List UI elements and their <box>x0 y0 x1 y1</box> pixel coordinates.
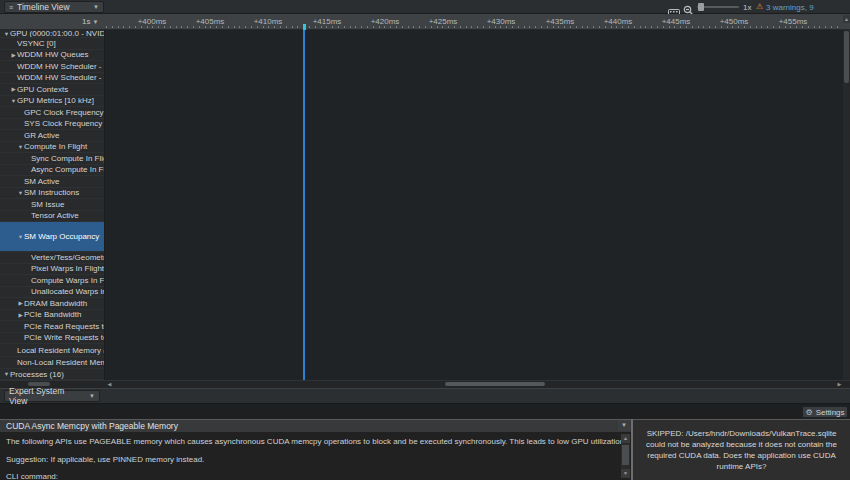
timeline-view-selector[interactable]: ≡ Timeline View ▼ <box>4 1 104 13</box>
expert-scrollbar-up[interactable]: ▲ <box>621 434 630 443</box>
sidebar-row-gpc-clock-frequency[interactable]: GPC Clock Frequency <box>0 107 105 119</box>
expand-icon[interactable]: ▶ <box>17 300 24 306</box>
hscroll-thumb[interactable] <box>445 382 545 386</box>
expert-result-header[interactable]: CUDA Async Memcpy with Pageable Memory <box>0 419 631 432</box>
timeline-view-label: Timeline View <box>17 2 69 12</box>
row-label: Non-Local Resident Memory <box>17 358 105 367</box>
expand-icon[interactable]: ▶ <box>17 312 24 318</box>
expert-result-text: The following APIs use PAGEABLE memory w… <box>6 437 617 447</box>
row-label: Compute In Flight <box>24 142 87 151</box>
row-label: PCIe Write Requests to BA <box>24 333 105 342</box>
sidebar-row-compute-warps-in-flight[interactable]: Compute Warps In Flight <box>0 275 105 287</box>
timeline-cursor-line[interactable] <box>303 30 305 380</box>
sidebar-row-gpu-contexts[interactable]: ▶GPU Contexts <box>0 84 105 96</box>
row-label: SYS Clock Frequency <box>24 119 102 128</box>
skipped-message-panel: SKIPPED: /Users/hndr/Downloads/VulkanTra… <box>633 419 850 480</box>
gear-icon: ⚙ <box>805 408 812 417</box>
ruler-tick-+400ms: +400ms <box>138 17 167 26</box>
sidebar-row-processes-16[interactable]: ▼Processes (16) <box>0 369 105 380</box>
expert-result-dropdown[interactable]: ▼ <box>618 420 630 431</box>
ruler-minor-ticks <box>106 26 843 28</box>
settings-button[interactable]: ⚙ Settings <box>802 406 848 418</box>
ruler-origin-label[interactable]: 1s▼ <box>82 17 98 26</box>
sidebar-row-pixel-warps-in-flight[interactable]: Pixel Warps In Flight <box>0 264 105 276</box>
ruler-tick-+450ms: +450ms <box>720 17 749 26</box>
collapse-icon[interactable]: ▼ <box>17 144 24 150</box>
collapse-icon[interactable]: ▼ <box>17 234 24 240</box>
expert-result-suggestion: Suggestion: If applicable, use PINNED me… <box>6 455 617 465</box>
hscroll-left-arrow[interactable]: ◀ <box>106 381 113 387</box>
sidebar-row-vsync-0[interactable]: VSYNC [0] <box>0 38 105 50</box>
sidebar-row-sync-compute-in-flight[interactable]: Sync Compute In Flight <box>0 153 105 165</box>
sidebar-row-compute-in-flight[interactable]: ▼Compute In Flight <box>0 142 105 154</box>
expand-icon[interactable]: ▶ <box>10 86 17 92</box>
ruler-tick-+415ms: +415ms <box>313 17 342 26</box>
sidebar-row-gpu-0000-01-00-0-nvidia-g[interactable]: ▼GPU (0000:01:00.0 - NVIDIA G <box>0 30 105 38</box>
ruler-tick-+455ms: +455ms <box>779 17 808 26</box>
sidebar-row-local-resident-memory-cap[interactable]: Local Resident Memory (Cap <box>0 344 105 357</box>
row-label: WDDM HW Scheduler - 3D <box>17 62 105 71</box>
sidebar-row-async-compute-in-flight[interactable]: Async Compute In Flight <box>0 165 105 177</box>
row-label: Sync Compute In Flight <box>31 154 105 163</box>
zoom-level-label: 1x <box>743 3 751 12</box>
row-label: DRAM Bandwidth <box>24 299 87 308</box>
sidebar-row-unallocated-warps-in-act[interactable]: Unallocated Warps in Act <box>0 287 105 299</box>
ruler-tick-+425ms: +425ms <box>429 17 458 26</box>
collapse-icon[interactable]: ▼ <box>10 98 17 104</box>
sidebar-row-non-local-resident-memory[interactable]: Non-Local Resident Memory <box>0 357 105 369</box>
ruler-tick-+430ms: +430ms <box>487 17 516 26</box>
sidebar-row-tensor-active[interactable]: Tensor Active <box>0 211 105 223</box>
bottom-panel: ⚙ Settings CUDA Async Memcpy with Pageab… <box>0 404 850 480</box>
sidebar-row-sm-active[interactable]: SM Active <box>0 176 105 188</box>
sidebar-row-vertex-tess-geometry-w[interactable]: Vertex/Tess/Geometry W <box>0 252 105 264</box>
collapse-icon[interactable]: ▼ <box>3 371 10 377</box>
warning-triangle-icon: ⚠ <box>756 2 763 11</box>
sidebar-row-pcie-read-requests-to-ba[interactable]: PCIe Read Requests to BA <box>0 321 105 333</box>
row-label: Processes (16) <box>10 370 64 379</box>
expert-system-toolbar <box>0 388 850 404</box>
sidebar-row-gr-active[interactable]: GR Active <box>0 130 105 142</box>
sidebar-row-gpu-metrics-10-khz[interactable]: ▼GPU Metrics [10 kHz] <box>0 96 105 108</box>
ruler-tick-+410ms: +410ms <box>254 17 283 26</box>
expert-result-cli-label: CLI command: <box>6 472 617 480</box>
horizontal-scrollbar[interactable] <box>0 380 850 388</box>
row-label: Vertex/Tess/Geometry W <box>31 253 105 262</box>
collapse-icon[interactable]: ▼ <box>3 31 10 37</box>
collapse-icon[interactable]: ▼ <box>17 190 24 196</box>
row-label: GPU (0000:01:00.0 - NVIDIA G <box>10 30 105 38</box>
row-label: SM Issue <box>31 200 64 209</box>
sidebar-row-wddm-hw-scheduler-cop[interactable]: WDDM HW Scheduler - Cop <box>0 73 105 85</box>
sidebar-row-sm-issue[interactable]: SM Issue <box>0 199 105 211</box>
sidebar-row-sm-warp-occupancy[interactable]: ▼SM Warp Occupancy <box>0 222 105 252</box>
sidebar-row-sys-clock-frequency[interactable]: SYS Clock Frequency <box>0 119 105 131</box>
expert-scrollbar-down[interactable]: ▼ <box>621 469 630 478</box>
zoom-slider-thumb[interactable] <box>698 3 704 11</box>
sidebar-row-dram-bandwidth[interactable]: ▶DRAM Bandwidth <box>0 298 105 310</box>
row-label-sidebar: ▼GPU (0000:01:00.0 - NVIDIA GVSYNC [0]▶W… <box>0 30 105 380</box>
row-label: PCIe Read Requests to BA <box>24 322 105 331</box>
timeline-body: ▼GPU (0000:01:00.0 - NVIDIA GVSYNC [0]▶W… <box>0 30 850 380</box>
expand-icon[interactable]: ▶ <box>10 52 17 58</box>
expert-result-body: The following APIs use PAGEABLE memory w… <box>0 432 631 480</box>
timeline-ruler[interactable]: 1s▼ +400ms+405ms+410ms+415ms+420ms+425ms… <box>0 14 850 30</box>
chevron-down-icon: ▼ <box>92 19 98 25</box>
sidebar-row-wddm-hw-queues[interactable]: ▶WDDM HW Queues <box>0 50 105 62</box>
hscroll-right-arrow[interactable]: ▶ <box>836 381 843 387</box>
vertical-scrollbar-thumb[interactable] <box>844 31 849 83</box>
row-label: GPU Metrics [10 kHz] <box>17 96 94 105</box>
row-label: SM Active <box>24 177 60 186</box>
list-icon: ≡ <box>9 4 13 11</box>
row-label: SM Instructions <box>24 188 79 197</box>
row-label: VSYNC [0] <box>17 39 56 48</box>
sidebar-row-pcie-bandwidth[interactable]: ▶PCIe Bandwidth <box>0 310 105 322</box>
row-label: PCIe Bandwidth <box>24 310 81 319</box>
expert-system-view-selector[interactable]: Expert System View ▼ <box>4 390 100 402</box>
sidebar-row-pcie-write-requests-to-ba[interactable]: PCIe Write Requests to BA <box>0 333 105 345</box>
vertical-scrollbar-up-button[interactable]: ▲ <box>843 15 850 23</box>
row-label: GPU Contexts <box>17 85 68 94</box>
top-toolbar: ≡ Timeline View ▼ 1x ⚠ 3 warnings, 9 mes… <box>0 0 850 14</box>
expert-scrollbar-thumb[interactable] <box>622 445 629 465</box>
sidebar-row-sm-instructions[interactable]: ▼SM Instructions <box>0 188 105 200</box>
row-label: GPC Clock Frequency <box>24 108 104 117</box>
sidebar-row-wddm-hw-scheduler-3d[interactable]: WDDM HW Scheduler - 3D <box>0 61 105 73</box>
